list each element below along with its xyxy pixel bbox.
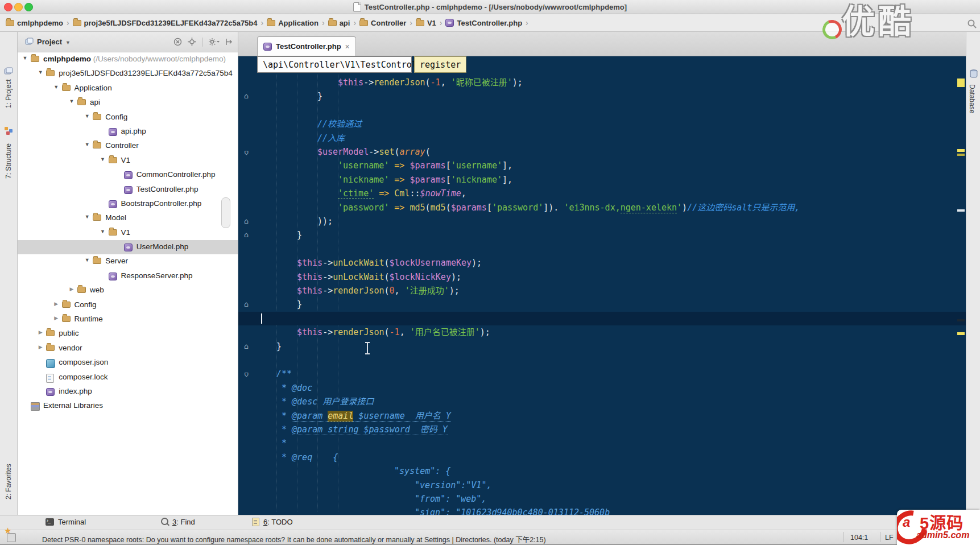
tree-expand-icon[interactable]: ▶ — [53, 315, 60, 321]
tree-collapse-icon[interactable]: ▼ — [100, 229, 106, 234]
tree-item-config[interactable]: ▶Config — [17, 298, 238, 312]
stripe-mark[interactable] — [957, 154, 965, 156]
tree-item-server[interactable]: ▼Server — [17, 254, 238, 269]
minimize-window-button[interactable] — [14, 3, 23, 11]
code-line[interactable] — [238, 312, 966, 325]
close-window-button[interactable] — [4, 3, 13, 11]
fold-marker-icon[interactable]: ⌂ — [244, 298, 249, 311]
tree-item-public[interactable]: ▶public — [17, 327, 238, 341]
tree-collapse-icon[interactable]: ▼ — [84, 142, 90, 147]
project-tool-icon[interactable] — [4, 67, 13, 76]
code-line[interactable]: * @desc 用户登录接口 — [238, 395, 958, 408]
code-line[interactable]: ⌂$userModel->set(array( — [238, 145, 958, 159]
stripe-mark[interactable] — [957, 209, 965, 212]
code-line[interactable]: * @param string $password 密码 Y — [238, 423, 958, 436]
panel-title[interactable]: Project — [37, 38, 62, 46]
stripe-mark[interactable] — [957, 319, 965, 321]
editor-tab-testcontroller[interactable]: TestController.php × — [257, 36, 356, 56]
tree-item-testcontroller-php[interactable]: TestController.php — [17, 183, 238, 197]
code-line[interactable]: $this->unLockWait($lockNickKey); — [238, 270, 958, 284]
star-icon[interactable]: ★ — [4, 526, 13, 535]
zoom-window-button[interactable] — [24, 3, 33, 11]
code-line[interactable]: $this->renderJson(-1, '昵称已被注册'); — [238, 76, 958, 89]
code-line[interactable]: //入库 — [238, 131, 958, 145]
code-line[interactable]: ⌂)); — [238, 214, 958, 228]
code-line[interactable]: * @doc — [238, 381, 958, 395]
tree-expand-icon[interactable]: ▶ — [68, 286, 75, 292]
tree-collapse-icon[interactable]: ▼ — [100, 156, 106, 162]
tree-collapse-icon[interactable]: ▼ — [53, 84, 60, 90]
tree-item-cmlphpdemo[interactable]: ▼cmlphpdemo (/Users/nobody/wwwroot/cmlph… — [17, 52, 238, 67]
tree-item-v1[interactable]: ▼V1 — [17, 154, 238, 168]
code-line[interactable]: 'password' => md5(md5($params['password'… — [238, 201, 958, 214]
tree-collapse-icon[interactable]: ▼ — [84, 257, 90, 263]
structure-tool-icon[interactable] — [4, 126, 13, 135]
tool-button-3-find[interactable]: 3: Find — [161, 518, 195, 526]
code-line[interactable]: $this->renderJson(-1, '用户名已被注册'); — [238, 325, 958, 339]
code-line[interactable]: 'username' => $params['username'], — [238, 159, 958, 172]
tree-item-web[interactable]: ▶web — [17, 283, 238, 298]
code-line[interactable]: * @param email $username 用户名 Y — [238, 409, 958, 423]
line-ending-widget[interactable]: LF — [885, 534, 894, 542]
tree-item-commoncontroller-php[interactable]: CommonController.php — [17, 168, 238, 182]
fold-marker-icon[interactable]: ⌂ — [244, 228, 249, 242]
tool-button-favorites[interactable]: 2: Favorites — [5, 482, 13, 499]
code-line[interactable]: "from": "web", — [238, 492, 958, 506]
tree-item-config[interactable]: ▼Config — [17, 110, 238, 125]
breadcrumb-item[interactable]: proj3e5fLJDSFDcd31239ELJFEKd43a772c5a75b… — [73, 19, 258, 27]
code-line[interactable]: ⌂} — [238, 298, 958, 311]
code-line[interactable]: 'ctime' => Cml::$nowTime, — [238, 187, 958, 200]
fold-marker-icon[interactable]: ⌂ — [244, 89, 249, 103]
code-line[interactable] — [238, 242, 958, 256]
tree-collapse-icon[interactable]: ▼ — [84, 214, 90, 220]
code-line[interactable]: * @req { — [238, 451, 958, 464]
tree-item-composer-json[interactable]: composer.json — [17, 356, 238, 370]
code-line[interactable]: ⌂} — [238, 89, 958, 103]
locate-icon[interactable] — [188, 38, 196, 46]
tree-item-responseserver-php[interactable]: ResponseServer.php — [17, 269, 238, 283]
tree-item-usermodel-php[interactable]: UserModel.php — [17, 240, 238, 254]
code-line[interactable]: ⌂} — [238, 340, 958, 353]
tree-collapse-icon[interactable]: ▼ — [22, 55, 28, 61]
breadcrumb-item[interactable]: V1 — [416, 19, 436, 27]
tree-item-controller[interactable]: ▼Controller — [17, 139, 238, 153]
stripe-mark[interactable] — [957, 149, 965, 152]
tool-button-database[interactable]: Database — [968, 84, 976, 113]
fold-marker-icon[interactable]: ⌂ — [244, 368, 249, 381]
code-line[interactable] — [238, 353, 958, 367]
code-line[interactable]: $this->renderJson(0, '注册成功'); — [238, 284, 958, 298]
tree-item-proj3e5fljdsfdcd31239eljfekd43a772c5a75b4[interactable]: ▼proj3e5fLJDSFDcd31239ELJFEKd43a772c5a75… — [17, 67, 238, 81]
caret-position-widget[interactable]: 104:1 — [850, 534, 868, 542]
tool-button-6-todo[interactable]: 6: TODO — [252, 518, 293, 526]
context-method-box[interactable]: register — [414, 56, 466, 73]
context-class-box[interactable]: \api\Controller\V1\TestController — [257, 56, 412, 73]
breadcrumb-item[interactable]: Controller — [359, 19, 406, 27]
tool-button-project[interactable]: 1: Project — [5, 91, 13, 108]
close-tab-icon[interactable]: × — [345, 43, 350, 51]
tree-item-index-php[interactable]: index.php — [17, 385, 238, 399]
code-line[interactable]: ⌂} — [238, 228, 958, 242]
tool-button-terminal[interactable]: Terminal — [46, 518, 86, 526]
tree-item-bootstrapcontroller-php[interactable]: BootstrapController.php — [17, 197, 238, 211]
code-area[interactable]: $this->renderJson(-1, '昵称已被注册');⌂}//校验通过… — [238, 56, 966, 515]
tree-item-application[interactable]: ▼Application — [17, 81, 238, 96]
breadcrumb-item[interactable]: Application — [267, 19, 319, 27]
tree-item-api[interactable]: ▼api — [17, 96, 238, 110]
tree-collapse-icon[interactable]: ▼ — [37, 69, 44, 75]
chevron-down-icon[interactable]: ▼ — [65, 40, 71, 46]
code-line[interactable]: 'nickname' => $params['nickname'], — [238, 173, 958, 187]
tree-item-v1[interactable]: ▼V1 — [17, 226, 238, 240]
code-line[interactable] — [238, 104, 958, 117]
tree-item-vendor[interactable]: ▶vendor — [17, 341, 238, 356]
breadcrumb-item[interactable]: cmlphpdemo — [6, 19, 63, 27]
search-icon[interactable] — [967, 19, 977, 29]
tree-expand-icon[interactable]: ▶ — [53, 301, 60, 307]
code-editor[interactable]: \api\Controller\V1\TestController regist… — [238, 56, 966, 515]
tree-item-composer-lock[interactable]: composer.lock — [17, 370, 238, 385]
tree-item-runtime[interactable]: ▶Runtime — [17, 312, 238, 327]
gear-icon[interactable] — [208, 38, 220, 46]
tree-item-external-libraries[interactable]: External Libraries — [17, 399, 238, 413]
code-line[interactable]: "sign": "101623d940b0c480-013112-5060b — [238, 506, 958, 515]
status-message[interactable]: Detect PSR-0 namespace roots: Do you wan… — [42, 534, 546, 544]
fold-marker-icon[interactable]: ⌂ — [244, 146, 249, 159]
